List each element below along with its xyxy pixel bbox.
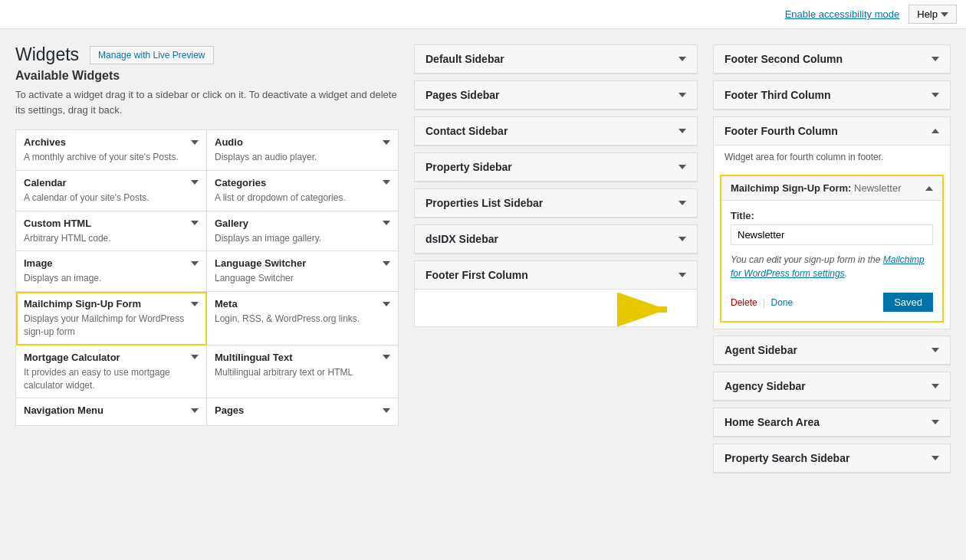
chevron-down-icon: [383, 140, 390, 145]
top-bar: Enable accessibility mode Help: [0, 0, 966, 29]
saved-button[interactable]: Saved: [883, 293, 933, 312]
widget-desc: A monthly archive of your site's Posts.: [24, 151, 199, 164]
manage-live-preview-button[interactable]: Manage with Live Preview: [90, 46, 213, 64]
chevron-down-icon: [191, 408, 199, 413]
widget-desc: Language Switcher: [215, 272, 390, 285]
footer-first-drop-area: [415, 293, 697, 326]
sidebar-area-contact: Contact Sidebar: [414, 116, 698, 146]
chevron-down-icon: [932, 57, 939, 61]
chevron-down-icon: [678, 273, 686, 277]
delete-link[interactable]: Delete: [731, 297, 757, 308]
widget-item-gallery[interactable]: Gallery Displays an image gallery.: [207, 211, 398, 252]
widget-name: Calendar: [24, 177, 67, 188]
sidebar-header-pages[interactable]: Pages Sidebar: [415, 81, 697, 110]
sidebar-area-default: Default Sidebar: [414, 44, 698, 74]
pipe-separator: |: [763, 297, 767, 308]
done-link[interactable]: Done: [770, 297, 793, 308]
widget-desc: It provides an easy to use mortgage calc…: [24, 366, 199, 392]
widget-item-mailchimp[interactable]: Mailchimp Sign-Up Form Displays your Mai…: [16, 292, 207, 345]
sidebar-header-property[interactable]: Property Sidebar: [415, 153, 697, 182]
chevron-down-icon: [191, 302, 199, 306]
chevron-down-icon: [191, 261, 199, 266]
widget-desc: Multilingual arbitrary text or HTML: [215, 366, 390, 379]
widget-desc: A calendar of your site's Posts.: [24, 192, 199, 205]
sidebar-header-default[interactable]: Default Sidebar: [415, 45, 697, 74]
chevron-down-icon: [383, 180, 390, 185]
expanded-widget-header[interactable]: Mailchimp Sign-Up Form: Newsletter: [721, 176, 942, 201]
widget-name: Mailchimp Sign-Up Form: [24, 298, 141, 309]
widget-item-navigation-menu[interactable]: Navigation Menu: [16, 398, 207, 425]
widget-desc: Displays an audio player.: [215, 151, 390, 164]
help-button[interactable]: Help: [909, 5, 957, 24]
widget-name: Categories: [215, 177, 266, 188]
expanded-widget-body: Title: You can edit your sign-up form in…: [721, 201, 942, 321]
widget-name: Multilingual Text: [215, 352, 293, 363]
widget-item-archives[interactable]: Archives A monthly archive of your site'…: [16, 130, 207, 171]
sidebar-title: Default Sidebar: [426, 53, 504, 65]
section-title: Available Widgets: [15, 69, 399, 83]
widget-name: Gallery: [215, 218, 248, 229]
widget-item-custom-html[interactable]: Custom HTML Arbitrary HTML code.: [16, 211, 207, 252]
right-area-home-search: Home Search Area: [713, 408, 951, 437]
yellow-arrow-icon: [617, 293, 678, 326]
right-area-title: Footer Second Column: [724, 53, 843, 65]
right-area-header-home-search[interactable]: Home Search Area: [714, 408, 950, 437]
sidebar-header-dsidx[interactable]: dsIDX Sidebar: [415, 225, 697, 254]
sidebar-header-contact[interactable]: Contact Sidebar: [415, 117, 697, 146]
chevron-down-icon: [941, 12, 948, 17]
chevron-down-icon: [932, 348, 939, 352]
right-column: Footer Second Column Footer Third Column…: [713, 44, 951, 480]
right-area-header-property-search[interactable]: Property Search Sidebar: [714, 444, 950, 473]
accessibility-mode-link[interactable]: Enable accessibility mode: [785, 8, 900, 20]
right-area-title: Footer Fourth Column: [724, 125, 838, 137]
mailchimp-settings-link[interactable]: Mailchimp for WordPress form settings: [731, 254, 925, 279]
right-area-header-agent[interactable]: Agent Sidebar: [714, 336, 950, 365]
chevron-down-icon: [191, 221, 199, 225]
widget-desc: Displays an image gallery.: [215, 232, 390, 245]
arrow-area: [415, 293, 678, 326]
right-area-footer-second: Footer Second Column: [713, 44, 951, 74]
chevron-down-icon: [678, 201, 686, 205]
right-area-header-footer-third[interactable]: Footer Third Column: [714, 81, 950, 110]
expanded-widget-name: Mailchimp Sign-Up Form: Newsletter: [731, 182, 901, 194]
widget-name: Custom HTML: [24, 218, 91, 229]
widget-item-meta[interactable]: Meta Login, RSS, & WordPress.org links.: [207, 292, 398, 345]
footer-fourth-desc: Widget area for fourth column in footer.: [714, 146, 950, 169]
widget-item-categories[interactable]: Categories A list or dropdown of categor…: [207, 171, 398, 211]
widget-desc: Displays your Mailchimp for WordPress si…: [24, 313, 199, 339]
right-area-header-footer-fourth[interactable]: Footer Fourth Column: [714, 117, 950, 146]
right-area-title: Home Search Area: [724, 416, 820, 428]
sidebar-area-property: Property Sidebar: [414, 152, 698, 182]
widget-actions: Delete | Done Saved: [731, 288, 933, 312]
widget-action-links: Delete | Done: [731, 297, 793, 308]
chevron-down-icon: [191, 180, 199, 185]
chevron-down-icon: [383, 261, 390, 266]
chevron-down-icon: [678, 165, 686, 169]
widget-name: Archives: [24, 136, 66, 148]
widget-item-calendar[interactable]: Calendar A calendar of your site's Posts…: [16, 171, 207, 211]
right-area-header-footer-second[interactable]: Footer Second Column: [714, 45, 950, 74]
sidebar-header-properties-list[interactable]: Properties List Sidebar: [415, 189, 697, 218]
chevron-down-icon: [191, 355, 199, 359]
widget-item-language-switcher[interactable]: Language Switcher Language Switcher: [207, 251, 398, 292]
widget-item-audio[interactable]: Audio Displays an audio player.: [207, 130, 398, 171]
chevron-down-icon: [383, 302, 390, 306]
chevron-up-icon: [925, 186, 933, 191]
chevron-up-icon: [932, 129, 939, 133]
right-area-footer-third: Footer Third Column: [713, 80, 951, 110]
sidebar-header-footer-first[interactable]: Footer First Column: [415, 261, 697, 290]
title-input[interactable]: [731, 224, 933, 245]
chevron-down-icon: [678, 129, 686, 133]
widget-item-pages[interactable]: Pages: [207, 398, 398, 425]
widget-item-multilingual[interactable]: Multilingual Text Multilingual arbitrary…: [207, 345, 398, 399]
widget-name: Navigation Menu: [24, 404, 104, 416]
right-area-title: Footer Third Column: [724, 89, 830, 101]
right-area-title: Agency Sidebar: [724, 380, 806, 392]
available-widgets-description: To activate a widget drag it to a sideba…: [15, 87, 399, 117]
sidebar-area-footer-first: Footer First Column: [414, 260, 698, 327]
right-area-header-agency[interactable]: Agency Sidebar: [714, 372, 950, 401]
widget-item-mortgage[interactable]: Mortgage Calculator It provides an easy …: [16, 345, 207, 399]
widget-item-image[interactable]: Image Displays an image.: [16, 251, 207, 292]
widget-name: Language Switcher: [215, 257, 306, 269]
chevron-down-icon: [383, 355, 390, 359]
